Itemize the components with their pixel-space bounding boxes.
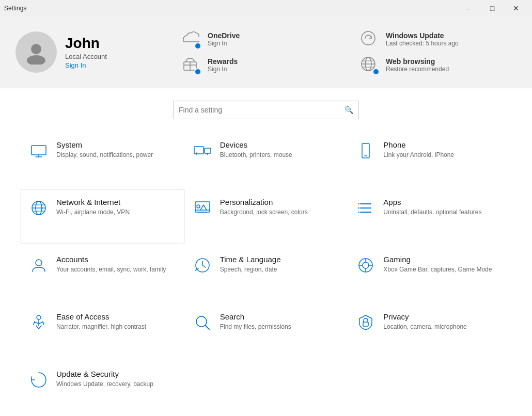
setting-text: Phone Link your Android, iPhone (383, 140, 454, 159)
minimize-button[interactable]: – (457, 0, 480, 17)
svg-rect-47 (363, 322, 368, 326)
setting-item-network[interactable]: Network & Internet Wi-Fi, airplane mode,… (21, 189, 184, 244)
setting-title: Update & Security (56, 370, 153, 378)
setting-text: Network & Internet Wi-Fi, airplane mode,… (56, 198, 130, 217)
setting-item-phone[interactable]: Phone Link your Android, iPhone (348, 132, 511, 187)
setting-desc: Background, lock screen, colors (220, 208, 308, 217)
devices-icon (192, 140, 213, 161)
rewards-text: Rewards Sign In (208, 57, 238, 73)
gaming-icon (355, 255, 376, 276)
rewards-name: Rewards (208, 57, 238, 66)
setting-item-apps[interactable]: Apps Uninstall, defaults, optional featu… (348, 189, 511, 244)
setting-title: Search (220, 312, 291, 321)
setting-item-time-language[interactable]: Time & Language Speech, region, date (184, 246, 348, 301)
search-input[interactable] (179, 106, 345, 114)
close-button[interactable]: ✕ (504, 0, 528, 17)
setting-desc: Speech, region, date (220, 265, 281, 274)
svg-rect-14 (194, 147, 204, 154)
windows-update-text: Windows Update Last checked: 5 hours ago (386, 31, 459, 47)
search-section: 🔍 (0, 88, 532, 132)
search-icon (192, 312, 213, 333)
setting-item-gaming[interactable]: Gaming Xbox Game Bar, captures, Game Mod… (348, 246, 511, 301)
account-type: Local Account (65, 53, 107, 60)
avatar (15, 31, 57, 73)
windows-update-name: Windows Update (386, 31, 459, 40)
maximize-button[interactable]: □ (480, 0, 504, 17)
web-browsing-name: Web browsing (386, 57, 449, 66)
svg-line-46 (205, 325, 209, 329)
setting-item-ease-of-access[interactable]: Ease of Access Narrator, magnifier, high… (21, 303, 184, 359)
setting-desc: Narrator, magnifier, high contrast (56, 323, 146, 331)
rewards-badge (194, 68, 201, 75)
service-onedrive[interactable]: OneDrive Sign In (181, 29, 338, 50)
accounts-icon (28, 255, 49, 276)
setting-desc: Bluetooth, printers, mouse (220, 151, 292, 159)
setting-text: Personalization Background, lock screen,… (220, 198, 308, 217)
setting-desc: Link your Android, iPhone (383, 151, 454, 159)
profile-name: John (65, 35, 107, 52)
setting-title: Ease of Access (56, 312, 146, 321)
service-windows-update[interactable]: Windows Update Last checked: 5 hours ago (359, 29, 517, 50)
setting-text: Devices Bluetooth, printers, mouse (220, 140, 292, 159)
svg-point-0 (31, 44, 41, 54)
settings-grid: System Display, sound, notifications, po… (0, 132, 532, 416)
setting-desc: Wi-Fi, airplane mode, VPN (56, 208, 130, 217)
setting-title: Apps (383, 198, 481, 206)
onedrive-name: OneDrive (208, 31, 240, 40)
setting-item-system[interactable]: System Display, sound, notifications, po… (21, 132, 184, 187)
svg-point-38 (363, 262, 369, 268)
services-grid: OneDrive Sign In Windows Update Last che… (181, 29, 517, 75)
setting-title: Personalization (220, 198, 308, 206)
personalization-icon (192, 198, 213, 218)
ease-of-access-icon (28, 312, 49, 333)
setting-text: Privacy Location, camera, microphone (383, 312, 466, 331)
setting-title: Time & Language (220, 255, 281, 264)
sign-in-link[interactable]: Sign In (65, 61, 107, 69)
setting-item-accounts[interactable]: Accounts Your accounts, email, sync, wor… (21, 246, 184, 301)
setting-desc: Uninstall, defaults, optional features (383, 208, 481, 217)
svg-rect-11 (32, 146, 46, 155)
onedrive-text: OneDrive Sign In (208, 31, 240, 47)
setting-title: Accounts (56, 255, 166, 264)
setting-desc: Location, camera, microphone (383, 323, 466, 331)
setting-text: System Display, sound, notifications, po… (56, 140, 153, 159)
web-browsing-badge (372, 68, 380, 75)
setting-title: Network & Internet (56, 198, 130, 206)
setting-title: Phone (383, 140, 454, 149)
setting-item-personalization[interactable]: Personalization Background, lock screen,… (184, 189, 348, 244)
setting-title: System (56, 140, 153, 149)
system-icon (28, 140, 49, 161)
setting-text: Gaming Xbox Game Bar, captures, Game Mod… (383, 255, 492, 274)
setting-item-search[interactable]: Search Find my files, permissions (184, 303, 348, 359)
setting-text: Update & Security Windows Update, recove… (56, 370, 153, 389)
rewards-icon (181, 55, 201, 75)
setting-item-devices[interactable]: Devices Bluetooth, printers, mouse (184, 132, 348, 187)
phone-icon (355, 140, 376, 161)
web-browsing-text: Web browsing Restore recommended (386, 57, 449, 73)
onedrive-sub: Sign In (208, 40, 240, 47)
web-browsing-sub: Restore recommended (386, 66, 449, 73)
service-rewards[interactable]: Rewards Sign In (181, 55, 338, 75)
profile-left: John Local Account Sign In (15, 31, 160, 73)
setting-desc: Find my files, permissions (220, 323, 291, 331)
setting-text: Search Find my files, permissions (220, 312, 291, 331)
svg-point-27 (197, 205, 200, 208)
search-icon: 🔍 (345, 106, 353, 114)
setting-title: Gaming (383, 255, 492, 264)
svg-point-43 (37, 315, 41, 319)
setting-item-update-security[interactable]: Update & Security Windows Update, recove… (21, 361, 184, 416)
setting-text: Time & Language Speech, region, date (220, 255, 281, 274)
time-language-icon (192, 255, 213, 276)
setting-desc: Xbox Game Bar, captures, Game Mode (383, 265, 492, 274)
windows-update-sub: Last checked: 5 hours ago (386, 40, 459, 47)
setting-text: Accounts Your accounts, email, sync, wor… (56, 255, 166, 274)
setting-item-privacy[interactable]: Privacy Location, camera, microphone (348, 303, 511, 359)
app-title: Settings (4, 5, 26, 12)
search-box[interactable]: 🔍 (173, 101, 359, 119)
setting-text: Apps Uninstall, defaults, optional featu… (383, 198, 481, 217)
update-security-icon (28, 370, 49, 390)
privacy-icon (355, 312, 376, 333)
setting-title: Privacy (383, 312, 466, 321)
profile-info: John Local Account Sign In (65, 35, 107, 69)
service-web-browsing[interactable]: Web browsing Restore recommended (359, 55, 517, 75)
